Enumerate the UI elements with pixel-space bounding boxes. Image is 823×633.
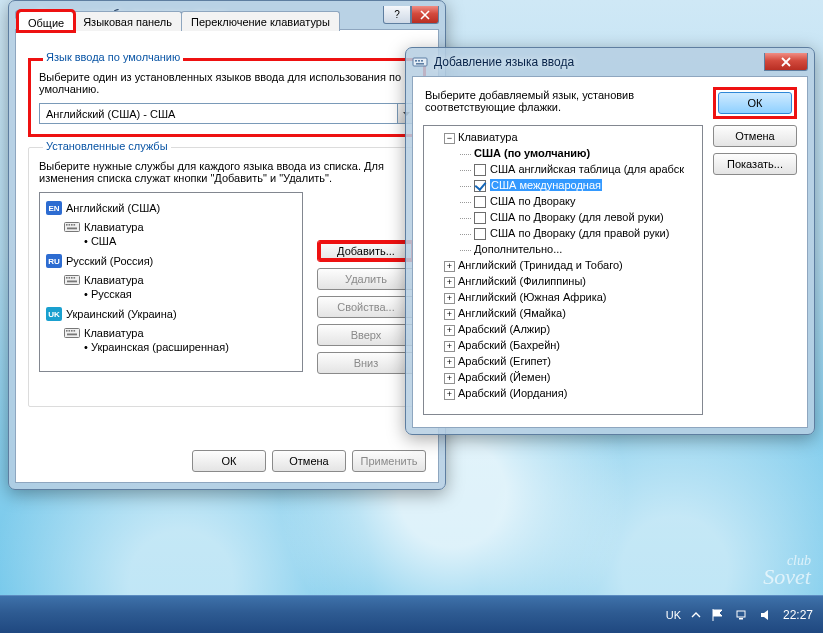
ok-button[interactable]: ОК — [718, 92, 792, 114]
tree-layout-item[interactable]: США международная — [428, 177, 703, 193]
service-layout[interactable]: США — [84, 235, 296, 250]
checkbox[interactable] — [474, 212, 486, 224]
keyboard-icon — [412, 54, 428, 70]
close-button[interactable] — [411, 6, 439, 24]
titlebar[interactable]: Добавление языка ввода — [406, 48, 814, 76]
tree-more[interactable]: Дополнительно... — [428, 241, 703, 257]
close-icon — [780, 57, 792, 67]
tab-general[interactable]: Общие — [18, 11, 74, 31]
window-title: Добавление языка ввода — [434, 55, 574, 69]
cancel-button[interactable]: Отмена — [272, 450, 346, 472]
checkbox[interactable] — [474, 180, 486, 192]
service-layout[interactable]: Русская — [84, 288, 296, 303]
add-language-desc: Выберите добавляемый язык, установив соо… — [425, 89, 697, 113]
svg-rect-16 — [67, 281, 77, 283]
taskbar[interactable]: UK 22:27 — [0, 595, 823, 633]
checkbox[interactable] — [474, 164, 486, 176]
tree-language-item[interactable]: +Арабский (Йемен) — [428, 369, 703, 385]
cancel-button[interactable]: Отмена — [713, 125, 797, 147]
tree-root[interactable]: −Клавиатура — [428, 129, 703, 145]
tree-layout-item[interactable]: США по Двораку (для правой руки) — [428, 225, 703, 241]
tray-chevron-icon[interactable] — [691, 608, 701, 622]
group-title: Установленные службы — [43, 140, 171, 152]
svg-rect-6 — [66, 224, 68, 226]
svg-rect-21 — [74, 330, 76, 332]
service-language[interactable]: RUРусский (Россия) — [46, 253, 296, 269]
svg-rect-5 — [65, 223, 80, 232]
add-button[interactable]: Добавить... — [317, 240, 415, 262]
svg-rect-24 — [415, 60, 417, 62]
tray-clock[interactable]: 22:27 — [783, 608, 813, 622]
svg-rect-28 — [737, 611, 745, 617]
tree-layout-item[interactable]: США английская таблица (для арабск — [428, 161, 703, 177]
svg-rect-29 — [739, 618, 743, 620]
svg-rect-25 — [418, 60, 420, 62]
default-language-value: Английский (США) - США — [40, 108, 397, 120]
installed-services-tree[interactable]: ENАнглийский (США)КлавиатураСШАRUРусский… — [39, 192, 303, 372]
down-button: Вниз — [317, 352, 415, 374]
svg-rect-15 — [74, 277, 76, 279]
tray-language[interactable]: UK — [666, 609, 681, 621]
tab-langbar[interactable]: Языковая панель — [73, 11, 182, 31]
ok-button[interactable]: ОК — [192, 450, 266, 472]
svg-rect-7 — [69, 224, 71, 226]
sound-icon[interactable] — [759, 608, 773, 622]
properties-button: Свойства... — [317, 296, 415, 318]
close-icon — [420, 10, 430, 20]
watermark: club Sovet — [763, 555, 811, 587]
svg-rect-14 — [71, 277, 73, 279]
default-language-group: Язык ввода по умолчанию Выберите один из… — [28, 58, 426, 137]
flag-icon[interactable] — [711, 608, 725, 622]
tree-layout-item[interactable]: США по Двораку — [428, 193, 703, 209]
system-tray[interactable]: UK 22:27 — [656, 608, 823, 622]
svg-rect-22 — [67, 334, 77, 336]
svg-rect-27 — [416, 63, 424, 65]
language-tree[interactable]: −КлавиатураСША (по умолчанию)США английс… — [423, 125, 703, 415]
up-button: Вверх — [317, 324, 415, 346]
tree-language-item[interactable]: +Арабский (Египет) — [428, 353, 703, 369]
svg-rect-9 — [74, 224, 76, 226]
default-language-combo[interactable]: Английский (США) - США — [39, 103, 415, 124]
svg-rect-12 — [66, 277, 68, 279]
service-language[interactable]: UKУкраинский (Украина) — [46, 306, 296, 322]
tree-language-item[interactable]: +Английский (Ямайка) — [428, 305, 703, 321]
group-title: Язык ввода по умолчанию — [43, 51, 183, 63]
service-language[interactable]: ENАнглийский (США) — [46, 200, 296, 216]
tree-layout-item[interactable]: США по Двораку (для левой руки) — [428, 209, 703, 225]
ok-highlight: ОК — [713, 87, 797, 119]
network-icon[interactable] — [735, 608, 749, 622]
service-keyboard: Клавиатура — [64, 325, 296, 341]
services-desc: Выберите нужные службы для каждого языка… — [39, 160, 415, 184]
checkbox[interactable] — [474, 228, 486, 240]
tree-language-item[interactable]: +Английский (Филиппины) — [428, 273, 703, 289]
checkbox[interactable] — [474, 196, 486, 208]
close-button[interactable] — [764, 53, 808, 71]
service-keyboard: Клавиатура — [64, 219, 296, 235]
svg-rect-20 — [71, 330, 73, 332]
svg-rect-17 — [65, 329, 80, 338]
svg-rect-23 — [413, 58, 427, 66]
tree-language-item[interactable]: +Арабский (Бахрейн) — [428, 337, 703, 353]
help-button[interactable]: ? — [383, 6, 411, 24]
desktop: Языки и службы текстового ввода ? Общие … — [0, 0, 823, 633]
service-keyboard: Клавиатура — [64, 272, 296, 288]
svg-rect-8 — [71, 224, 73, 226]
svg-rect-11 — [65, 276, 80, 285]
installed-services-group: Установленные службы Выберите нужные слу… — [28, 147, 426, 407]
tree-language-item[interactable]: +Английский (Южная Африка) — [428, 289, 703, 305]
lang-services-window: Языки и службы текстового ввода ? Общие … — [8, 0, 446, 490]
tab-switch[interactable]: Переключение клавиатуры — [181, 11, 340, 31]
apply-button: Применить — [352, 450, 426, 472]
svg-rect-13 — [69, 277, 71, 279]
remove-button: Удалить — [317, 268, 415, 290]
default-language-desc: Выберите один из установленных языков вв… — [39, 71, 415, 95]
tree-language-item[interactable]: +Арабский (Алжир) — [428, 321, 703, 337]
tree-language-item[interactable]: +Арабский (Иордания) — [428, 385, 703, 401]
add-language-window: Добавление языка ввода Выберите добавляе… — [405, 47, 815, 435]
service-layout[interactable]: Украинская (расширенная) — [84, 341, 296, 356]
tree-default-layout[interactable]: США (по умолчанию) — [428, 145, 703, 161]
tabstrip: Общие Языковая панель Переключение клави… — [18, 11, 339, 31]
tree-language-item[interactable]: +Английский (Тринидад и Тобаго) — [428, 257, 703, 273]
show-button[interactable]: Показать... — [713, 153, 797, 175]
svg-rect-18 — [66, 330, 68, 332]
